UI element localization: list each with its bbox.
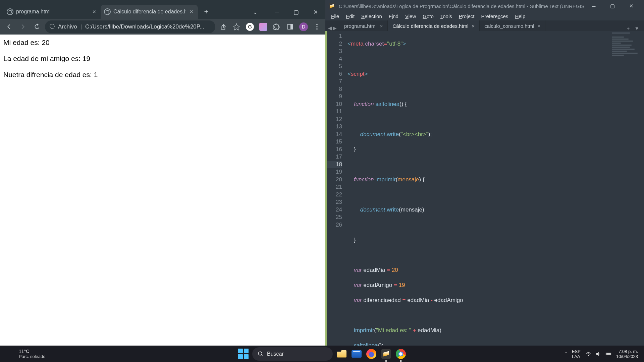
tab-prev-icon[interactable]: ◀ <box>328 25 332 31</box>
tab-label: calculo_consumo.html <box>484 23 534 29</box>
menu-goto[interactable]: Goto <box>420 12 437 20</box>
menu-selection[interactable]: Selection <box>358 12 385 20</box>
tab-actions: + ▼ <box>627 25 641 31</box>
minimize-button[interactable]: ─ <box>584 0 603 12</box>
chrome-toolbar: ⓘ Archivo | C:/Users/lilbe/Downloads/Log… <box>0 19 325 35</box>
chrome-titlebar: programa.html × Cálculo diferencia de ed… <box>0 0 325 19</box>
battery-icon[interactable] <box>605 351 611 357</box>
separator: | <box>80 23 82 30</box>
code-editor[interactable]: 12345 678910 1112131415 1617181920 21222… <box>325 31 644 362</box>
chevron-down-icon[interactable]: ⌄ <box>246 6 265 18</box>
menu-project[interactable]: Project <box>456 12 478 20</box>
close-icon[interactable]: × <box>188 8 195 15</box>
tab-label: programa.html <box>344 23 377 29</box>
windows-taskbar: 11°C Parc. soleado Buscar ˄ ESP LAA 7:08… <box>0 346 644 362</box>
extensions-icon[interactable] <box>271 21 282 33</box>
url-scheme: Archivo <box>58 23 77 30</box>
weather-temp: 11°C <box>19 349 46 354</box>
system-tray: ˄ ESP LAA 7:08 p. m. 10/04/2023 <box>565 349 644 359</box>
editor-tab-1[interactable]: programa.html × <box>339 20 388 31</box>
taskbar-app-explorer[interactable] <box>336 348 347 360</box>
maximize-button[interactable]: ▢ <box>286 6 306 18</box>
tray-overflow-icon[interactable]: ˄ <box>565 351 567 357</box>
forward-button[interactable] <box>17 21 29 33</box>
extension-g[interactable]: G <box>244 21 256 33</box>
globe-icon <box>7 8 13 15</box>
sublime-titlebar: C:\Users\lilbe\Downloads\Logica de Progr… <box>325 0 644 12</box>
editor-tab-bar: ◀ ▶ programa.html × Cálculo diferencia d… <box>325 20 644 31</box>
minimize-button[interactable]: ─ <box>267 6 286 18</box>
window-controls: ─ ▢ ✕ <box>584 0 641 12</box>
taskbar-app-chrome[interactable] <box>395 348 407 360</box>
sun-icon <box>6 349 15 359</box>
menu-help[interactable]: Help <box>512 12 528 20</box>
svg-rect-1 <box>290 24 293 29</box>
close-icon[interactable]: × <box>538 23 541 29</box>
tab-next-icon[interactable]: ▶ <box>333 25 337 31</box>
close-icon[interactable]: × <box>472 23 475 29</box>
tab-menu-icon[interactable]: ▼ <box>634 25 639 31</box>
page-line: Nuetra difrencia de edad es: 1 <box>3 71 322 79</box>
chrome-window: programa.html × Cálculo diferencia de ed… <box>0 0 325 346</box>
page-viewport: Mi edad es: 20 La edad de mi amigo es: 1… <box>0 35 325 346</box>
new-tab-icon[interactable]: + <box>627 25 630 31</box>
bookmark-icon[interactable] <box>231 21 242 33</box>
search-placeholder: Buscar <box>267 351 284 357</box>
url-text: C:/Users/lilbe/Downloads/Logica%20de%20P… <box>85 23 204 30</box>
close-button[interactable]: ✕ <box>306 6 325 18</box>
share-icon[interactable] <box>217 21 229 33</box>
menu-tools[interactable]: Tools <box>437 12 455 20</box>
sublime-logo-icon <box>329 3 335 9</box>
page-line: La edad de mi amigo es: 19 <box>3 55 322 63</box>
maximize-button[interactable]: ▢ <box>603 0 622 12</box>
language-indicator[interactable]: ESP LAA <box>572 349 581 359</box>
info-icon: ⓘ <box>50 23 55 30</box>
code-area[interactable]: <meta charset="utf-8"> <script> function… <box>345 31 644 362</box>
menu-bar: File Edit Selection Find View Goto Tools… <box>325 12 644 20</box>
window-controls: ⌄ ─ ▢ ✕ <box>246 4 325 19</box>
close-button[interactable]: ✕ <box>622 0 641 12</box>
clock[interactable]: 7:08 p. m. 10/04/2023 <box>616 349 638 359</box>
svg-point-2 <box>316 24 318 25</box>
svg-point-3 <box>316 26 318 27</box>
tab-label: Cálculo diferencia de edades.html <box>392 23 468 29</box>
editor-tab-3[interactable]: calculo_consumo.html × <box>480 20 545 31</box>
wifi-icon[interactable] <box>585 351 591 357</box>
menu-edit[interactable]: Edit <box>343 12 358 20</box>
line-number-gutter: 12345 678910 1112131415 1617181920 21222… <box>327 31 345 362</box>
new-tab-button[interactable]: + <box>200 5 213 18</box>
extension-b[interactable] <box>258 21 269 33</box>
reload-button[interactable] <box>31 21 43 33</box>
back-button[interactable] <box>3 21 15 33</box>
close-icon[interactable]: × <box>91 8 97 15</box>
volume-icon[interactable] <box>595 351 601 357</box>
taskbar-app-mail[interactable] <box>351 348 362 360</box>
profile-avatar[interactable]: D <box>298 21 309 33</box>
weather-widget[interactable]: 11°C Parc. soleado <box>0 349 46 359</box>
sidepanel-icon[interactable] <box>284 21 296 33</box>
tab-nav-arrows: ◀ ▶ <box>328 25 339 31</box>
chrome-tab-strip: programa.html × Cálculo diferencia de ed… <box>0 4 213 19</box>
svg-rect-5 <box>606 353 610 355</box>
editor-tab-2[interactable]: Cálculo diferencia de edades.html × <box>388 20 480 31</box>
page-line: Mi edad es: 20 <box>3 39 322 47</box>
minimap[interactable] <box>612 33 642 59</box>
menu-file[interactable]: File <box>328 12 342 20</box>
taskbar-app-sublime[interactable] <box>380 348 392 360</box>
chrome-tab-2[interactable]: Cálculo diferencia de edades.htm × <box>101 5 198 19</box>
tab-title: programa.html <box>16 9 88 15</box>
taskbar-search[interactable]: Buscar <box>252 347 333 361</box>
address-bar[interactable]: ⓘ Archivo | C:/Users/lilbe/Downloads/Log… <box>45 20 215 33</box>
start-button[interactable] <box>237 348 249 360</box>
taskbar-center: Buscar <box>237 347 407 361</box>
globe-icon <box>104 8 111 15</box>
svg-point-4 <box>316 28 318 29</box>
menu-find[interactable]: Find <box>386 12 401 20</box>
close-icon[interactable]: × <box>380 23 383 29</box>
menu-view[interactable]: View <box>402 12 419 20</box>
search-icon <box>258 351 264 357</box>
chrome-tab-1[interactable]: programa.html × <box>3 5 101 19</box>
menu-preferences[interactable]: Preferences <box>478 12 511 20</box>
taskbar-app-firefox[interactable] <box>366 348 377 360</box>
menu-icon[interactable] <box>311 21 323 33</box>
